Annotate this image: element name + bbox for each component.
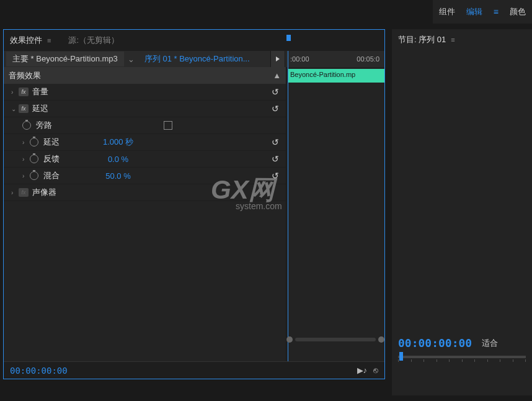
effect-delay[interactable]: ⌄ fx 延迟 ↺: [4, 101, 286, 117]
fx-badge-icon[interactable]: fx: [19, 104, 29, 113]
chevron-down-icon[interactable]: ⌄: [128, 55, 135, 64]
chevron-right-icon: ›: [22, 139, 30, 146]
param-label: 延迟: [43, 137, 60, 148]
param-value[interactable]: 1.000 秒: [103, 137, 133, 148]
chevron-right-icon: ›: [22, 173, 30, 179]
timeline-end: 00:05:0: [357, 55, 379, 63]
effect-label: 延迟: [32, 103, 48, 114]
timecode-display[interactable]: 00:00:00:00: [10, 366, 68, 376]
playhead[interactable]: [288, 51, 288, 361]
scroll-handle-right[interactable]: [378, 336, 384, 343]
play-icon: [276, 56, 280, 61]
triangle-up-icon: ▲: [273, 71, 281, 80]
reset-icon[interactable]: ↺: [270, 104, 281, 114]
param-label: 反馈: [43, 153, 60, 164]
stopwatch-icon[interactable]: [30, 155, 38, 163]
chevron-down-icon: ⌄: [11, 106, 19, 112]
panel-title: 效果控件: [10, 35, 42, 46]
chevron-right-icon: ›: [11, 89, 19, 96]
param-value[interactable]: 50.0 %: [105, 171, 130, 181]
reset-icon[interactable]: ↺: [270, 137, 281, 147]
tab-components[interactable]: 组件: [439, 6, 455, 17]
stopwatch-icon[interactable]: [22, 121, 31, 130]
program-monitor-panel: 节目: 序列 01 ≡ 00:00:00:00 适合: [392, 29, 532, 395]
chevron-right-icon: ›: [11, 189, 19, 196]
timeline-scrollbar[interactable]: [286, 335, 384, 344]
master-clip-label: 主要 * Beyoncé-Partition.mp3: [12, 53, 118, 65]
param-label: 混合: [43, 170, 60, 181]
effect-panner[interactable]: › fx 声像器: [4, 184, 286, 201]
chevron-right-icon: ›: [22, 156, 30, 163]
scroll-thumb[interactable]: [295, 338, 376, 341]
fx-badge-icon[interactable]: fx: [19, 88, 29, 96]
effect-controls-panel: 效果控件 ≡ 源:（无剪辑） 主要 * Beyoncé-Partition.mp…: [3, 29, 385, 379]
hamburger-icon[interactable]: ≡: [494, 7, 499, 17]
reset-icon[interactable]: ↺: [270, 154, 281, 164]
program-scrubber[interactable]: [398, 356, 526, 358]
param-mix: › 混合 50.0 % ↺: [4, 168, 286, 184]
param-bypass: 旁路: [4, 117, 286, 134]
effect-label: 音量: [32, 86, 48, 97]
reset-icon[interactable]: ↺: [270, 171, 281, 181]
zoom-fit-dropdown[interactable]: 适合: [482, 338, 498, 349]
timeline-area[interactable]: Beyoncé-Partition.mp: [286, 67, 384, 361]
tab-color[interactable]: 颜色: [510, 6, 526, 17]
panel-title: 节目: 序列 01: [398, 34, 446, 45]
tab-edit[interactable]: 编辑: [466, 6, 482, 17]
reset-icon[interactable]: ↺: [270, 87, 281, 97]
param-feedback: › 反馈 0.0 % ↺: [4, 151, 286, 168]
param-value[interactable]: 0.0 %: [108, 155, 128, 164]
param-label: 旁路: [36, 120, 52, 131]
program-timecode[interactable]: 00:00:00:00: [398, 336, 472, 349]
bypass-checkbox[interactable]: [164, 121, 172, 130]
fx-badge-icon[interactable]: fx: [19, 188, 29, 197]
panel-menu-icon[interactable]: ≡: [47, 37, 51, 44]
audio-effects-header[interactable]: 音频效果 ▲: [4, 67, 286, 84]
master-clip-tab[interactable]: 主要 * Beyoncé-Partition.mp3: [6, 52, 124, 66]
play-button[interactable]: [270, 51, 285, 67]
playhead-handle[interactable]: [286, 35, 291, 41]
toggle-icon[interactable]: ▶♪: [357, 366, 368, 375]
timeline-ruler[interactable]: :00:00 00:05:0: [285, 51, 384, 67]
timeline-start: :00:00: [290, 55, 309, 63]
stopwatch-icon[interactable]: [30, 138, 38, 146]
stopwatch-icon[interactable]: [30, 171, 38, 180]
sequence-clip-label[interactable]: 序列 01 * Beyoncé-Partition...: [138, 52, 256, 66]
effect-volume[interactable]: › fx 音量 ↺: [4, 84, 286, 101]
panel-menu-icon[interactable]: ≡: [451, 36, 454, 43]
section-label: 音频效果: [9, 70, 41, 81]
effect-label: 声像器: [32, 187, 56, 198]
param-delay: › 延迟 1.000 秒 ↺: [4, 134, 286, 151]
clip-bar[interactable]: Beyoncé-Partition.mp: [288, 69, 384, 83]
scroll-handle-left[interactable]: [286, 336, 293, 343]
source-label: 源:（无剪辑）: [68, 35, 119, 46]
export-icon[interactable]: ⎋: [373, 366, 378, 375]
